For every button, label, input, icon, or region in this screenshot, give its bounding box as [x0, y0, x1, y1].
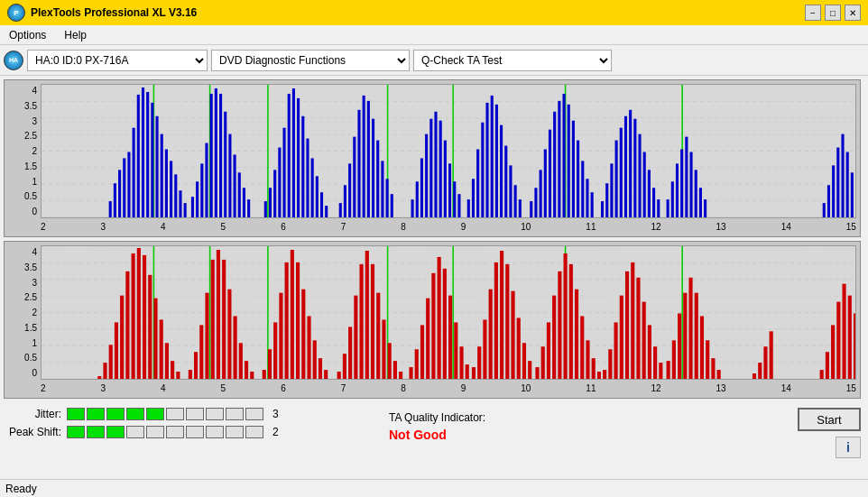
svg-rect-39	[219, 94, 222, 217]
svg-rect-260	[753, 373, 756, 379]
svg-rect-207	[420, 325, 424, 379]
svg-rect-96	[534, 188, 537, 217]
chart2-x-axis: 2 3 4 5 6 7 8 9 10 11 12 13 14 15	[41, 380, 856, 396]
svg-rect-48	[273, 170, 276, 217]
svg-rect-265	[826, 352, 829, 379]
svg-rect-209	[431, 273, 435, 379]
svg-rect-232	[564, 253, 568, 379]
svg-rect-162	[143, 255, 146, 379]
svg-rect-97	[540, 170, 542, 217]
svg-rect-120	[652, 188, 655, 217]
svg-rect-69	[381, 161, 383, 217]
svg-rect-132	[827, 185, 830, 217]
svg-rect-208	[426, 299, 429, 379]
metrics-panel: Jitter: 3 Peak Shift:	[7, 408, 389, 438]
close-button[interactable]: ✕	[845, 5, 861, 21]
menu-bar: Options Help	[0, 25, 868, 45]
svg-rect-84	[472, 179, 475, 217]
svg-rect-191	[319, 358, 322, 379]
info-button[interactable]: i	[836, 437, 861, 458]
svg-rect-29	[170, 161, 172, 217]
jitter-seg-10	[245, 408, 263, 420]
svg-rect-188	[301, 290, 305, 379]
svg-rect-237	[592, 358, 596, 379]
toolbar: HA HA:0 ID:0 PX-716A DVD Diagnostic Func…	[0, 45, 868, 76]
menu-help[interactable]: Help	[59, 27, 92, 43]
svg-rect-181	[263, 370, 266, 379]
menu-options[interactable]: Options	[4, 27, 51, 43]
chart2-svg	[42, 246, 855, 379]
svg-rect-185	[285, 262, 289, 379]
svg-rect-55	[306, 139, 309, 217]
svg-rect-236	[586, 340, 589, 379]
svg-rect-40	[224, 112, 226, 217]
svg-rect-257	[706, 340, 709, 379]
window-title: PlexTools Professional XL V3.16	[31, 6, 197, 19]
app-icon: P	[7, 4, 25, 22]
svg-rect-173	[211, 260, 215, 379]
svg-rect-36	[205, 143, 208, 217]
svg-rect-254	[688, 278, 692, 379]
svg-rect-166	[165, 343, 169, 379]
svg-rect-246	[642, 302, 646, 379]
right-panel: Start i	[771, 408, 861, 458]
svg-rect-102	[562, 94, 565, 217]
svg-rect-192	[324, 370, 328, 379]
svg-rect-263	[770, 331, 773, 379]
function-select[interactable]: DVD Diagnostic Functions	[211, 50, 410, 71]
svg-rect-130	[704, 199, 706, 217]
peakshift-seg-2	[87, 426, 105, 438]
svg-rect-156	[109, 345, 113, 379]
svg-rect-228	[541, 346, 545, 379]
chart2-y-axis: 4 3.5 3 2.5 2 1.5 1 0.5 0	[6, 245, 39, 380]
drive-select[interactable]: HA:0 ID:0 PX-716A	[27, 50, 208, 71]
svg-rect-211	[443, 269, 447, 379]
svg-rect-196	[354, 296, 357, 379]
svg-rect-165	[160, 319, 163, 379]
svg-rect-124	[676, 163, 679, 217]
svg-rect-105	[577, 141, 579, 217]
peakshift-seg-7	[186, 426, 204, 438]
peakshift-value: 2	[272, 426, 279, 438]
jitter-seg-9	[226, 408, 244, 420]
svg-rect-214	[459, 346, 463, 379]
svg-rect-49	[278, 148, 281, 217]
svg-rect-134	[836, 148, 839, 217]
peakshift-seg-5	[146, 426, 164, 438]
svg-rect-99	[549, 130, 551, 217]
peakshift-seg-10	[245, 426, 263, 438]
svg-rect-213	[454, 322, 457, 379]
svg-rect-63	[353, 137, 356, 217]
peakshift-bar	[67, 426, 263, 438]
ta-quality-label: TA Quality Indicator:	[389, 411, 771, 424]
ta-quality-value: Not Good	[389, 428, 771, 442]
svg-rect-180	[250, 372, 254, 379]
test-select[interactable]: Q-Check TA Test	[413, 50, 612, 71]
svg-rect-112	[615, 141, 618, 217]
svg-rect-204	[399, 372, 402, 379]
svg-rect-224	[517, 318, 521, 379]
svg-rect-34	[196, 181, 199, 217]
svg-rect-109	[601, 201, 604, 217]
svg-rect-72	[411, 199, 414, 217]
svg-rect-62	[348, 163, 351, 217]
maximize-button[interactable]: □	[825, 5, 841, 21]
svg-rect-68	[376, 141, 379, 217]
svg-rect-100	[553, 112, 556, 217]
svg-rect-106	[581, 161, 584, 217]
window-controls[interactable]: − □ ✕	[805, 5, 861, 21]
svg-rect-157	[115, 322, 118, 379]
minimize-button[interactable]: −	[805, 5, 821, 21]
svg-rect-268	[842, 284, 845, 379]
svg-rect-87	[485, 103, 488, 217]
svg-rect-123	[671, 181, 674, 217]
peakshift-seg-6	[166, 426, 184, 438]
svg-rect-103	[568, 105, 570, 217]
start-button[interactable]: Start	[798, 408, 861, 431]
jitter-value: 3	[272, 408, 279, 420]
svg-rect-164	[153, 299, 157, 379]
svg-rect-30	[174, 174, 177, 217]
svg-rect-118	[643, 152, 646, 217]
svg-rect-175	[222, 260, 226, 379]
status-text: Ready	[5, 483, 37, 495]
